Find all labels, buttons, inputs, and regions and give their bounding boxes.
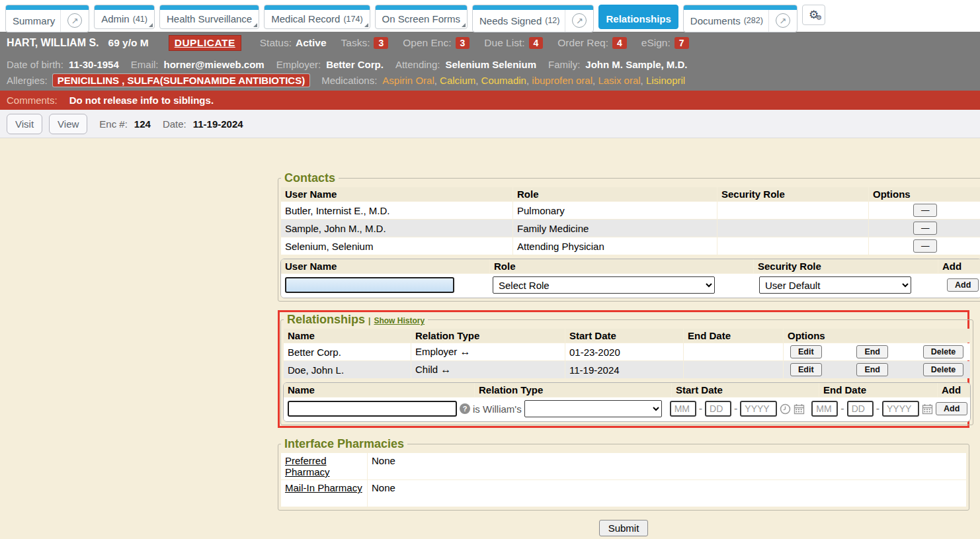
remove-contact-button[interactable]: — xyxy=(913,239,937,253)
contact-security-role xyxy=(717,237,868,255)
employer-label: Employer: xyxy=(276,59,321,70)
bidirectional-arrow-icon: ↔ xyxy=(460,346,471,357)
tab-relationships[interactable]: Relationships xyxy=(598,5,678,29)
calendar-icon[interactable] xyxy=(794,403,805,415)
add-col-relation-type: Relation Type xyxy=(475,383,671,397)
calendar-icon[interactable] xyxy=(922,403,933,415)
edit-relationship-button[interactable]: Edit xyxy=(790,363,822,376)
open-enc-badge[interactable]: 3 xyxy=(456,37,470,49)
end-relationship-button[interactable]: End xyxy=(856,345,888,358)
delete-relationship-button[interactable]: Delete xyxy=(923,345,964,358)
end-day-input[interactable] xyxy=(847,401,874,417)
delete-relationship-button[interactable]: Delete xyxy=(923,363,964,376)
submit-button[interactable]: Submit xyxy=(599,520,649,536)
tab-label: Medical Record xyxy=(271,13,340,24)
end-relationship-button[interactable]: End xyxy=(856,363,888,376)
family-value: John M. Sample, M.D. xyxy=(585,59,687,70)
tab-bar: Summary ↗ Admin (41) Health Surveillance… xyxy=(0,0,980,32)
contacts-fieldset: Contacts User Name Role Security Role Op… xyxy=(278,171,980,302)
tab-label: Health Surveillance xyxy=(167,13,252,24)
clock-icon[interactable] xyxy=(780,403,791,415)
mail-in-pharmacy-link[interactable]: Mail-In Pharmacy xyxy=(285,482,362,493)
employer-value: Better Corp. xyxy=(326,59,384,70)
end-year-input[interactable] xyxy=(882,401,919,417)
contact-role: Attending Physician xyxy=(513,237,717,255)
medication-link[interactable]: Coumadin xyxy=(481,75,526,86)
comments-value: Do not release info to siblings. xyxy=(69,95,214,106)
due-list-badge[interactable]: 4 xyxy=(529,37,544,49)
tab-accent-stripe xyxy=(684,5,797,10)
tab-on-screen-forms[interactable]: On Screen Forms xyxy=(375,5,468,29)
col-user-name: User Name xyxy=(281,187,512,201)
preferred-pharmacy-link[interactable]: Preferred Pharmacy xyxy=(285,455,330,477)
show-history-link[interactable]: Show History xyxy=(374,316,425,325)
tab-health-surveillance[interactable]: Health Surveillance xyxy=(159,5,259,29)
pharmacies-title: Interface Pharmacies xyxy=(281,437,407,451)
esign-label: eSign: xyxy=(641,37,671,49)
col-start-date: Start Date xyxy=(565,329,683,343)
order-req-label: Order Req: xyxy=(557,37,608,49)
bidirectional-arrow-icon: ↔ xyxy=(440,364,451,375)
tab-count: (41) xyxy=(133,15,147,24)
relationship-type: Employer ↔ xyxy=(411,343,565,360)
relationships-header-row: Name Relation Type Start Date End Date O… xyxy=(284,329,970,343)
end-month-input[interactable] xyxy=(811,401,838,417)
add-contact-button[interactable]: Add xyxy=(947,278,979,292)
view-button[interactable]: View xyxy=(49,114,87,134)
open-in-new-icon[interactable]: ↗ xyxy=(572,13,587,28)
family-label: Family: xyxy=(548,59,580,70)
allergies-value[interactable]: PENICILLINS , SULFA(SULFONAMIDE ANTIBIOT… xyxy=(53,74,309,87)
dropdown-corner-icon xyxy=(253,23,257,27)
medication-link[interactable]: Lasix oral xyxy=(598,75,640,86)
tab-needs-signed[interactable]: Needs Signed (12) ↗ xyxy=(472,5,594,32)
medication-separator: , xyxy=(641,75,646,86)
contacts-add-section: User Name Role Security Role Add Select … xyxy=(280,259,980,298)
add-relationship-button[interactable]: Add xyxy=(936,402,967,415)
add-col-add: Add xyxy=(938,383,970,397)
tasks-badge[interactable]: 3 xyxy=(374,37,388,49)
tab-accent-stripe xyxy=(376,5,467,10)
relationship-end-date xyxy=(684,361,783,378)
visit-button[interactable]: Visit xyxy=(7,114,42,134)
tab-accent-stripe xyxy=(160,5,259,10)
relationship-row: Doe, John L. Child ↔ 11-19-2024 Edit End… xyxy=(284,361,970,378)
relation-type-select[interactable] xyxy=(524,400,662,417)
col-security-role: Security Role xyxy=(717,187,868,201)
edit-relationship-button[interactable]: Edit xyxy=(790,345,822,358)
tab-documents[interactable]: Documents (282) ↗ xyxy=(683,5,797,32)
medication-link[interactable]: Aspirin Oral xyxy=(382,75,434,86)
medications-list[interactable]: Aspirin Oral, Calcium, Coumadin, ibuprof… xyxy=(382,75,685,86)
tab-label: Admin xyxy=(101,13,130,24)
contact-security-role-select[interactable]: User Default xyxy=(759,276,911,294)
medication-link[interactable]: Calcium xyxy=(440,75,475,86)
relationship-name-input[interactable] xyxy=(288,401,457,417)
tab-admin[interactable]: Admin (41) xyxy=(94,5,155,29)
start-day-input[interactable] xyxy=(705,401,731,417)
tab-summary[interactable]: Summary ↗ xyxy=(5,5,89,32)
start-year-input[interactable] xyxy=(740,401,777,417)
pharmacy-row: Preferred Pharmacy None xyxy=(281,453,966,479)
relationships-highlight-border: Relationships | Show History Name Relati… xyxy=(278,310,969,428)
remove-contact-button[interactable]: — xyxy=(913,204,937,217)
settings-button[interactable]: ⚙ ⚙ xyxy=(802,5,825,25)
esign-badge[interactable]: 7 xyxy=(674,37,689,49)
add-col-end-date: End Date xyxy=(819,383,937,397)
tab-accent-stripe xyxy=(473,5,593,10)
attending-label: Attending: xyxy=(395,59,440,70)
order-req-badge[interactable]: 4 xyxy=(612,37,627,49)
open-in-new-icon[interactable]: ↗ xyxy=(776,13,790,28)
duplicate-flag[interactable]: DUPLICATE xyxy=(169,35,241,51)
gear-small-icon: ⚙ xyxy=(816,15,822,21)
contact-role-select[interactable]: Select Role xyxy=(493,276,715,294)
start-month-input[interactable] xyxy=(670,401,696,417)
remove-contact-button[interactable]: — xyxy=(913,222,937,235)
medication-link[interactable]: ibuprofen oral xyxy=(532,75,592,86)
relationships-add-section: Name Relation Type Start Date End Date A… xyxy=(283,382,971,422)
open-in-new-icon[interactable]: ↗ xyxy=(67,13,82,28)
help-icon[interactable]: ? xyxy=(460,403,470,414)
tab-medical-record[interactable]: Medical Record (174) xyxy=(264,5,370,29)
medication-link[interactable]: Lisinopril xyxy=(646,75,685,86)
contact-security-role xyxy=(717,202,868,219)
col-name: Name xyxy=(284,329,411,343)
contact-user-name-input[interactable] xyxy=(285,277,454,293)
